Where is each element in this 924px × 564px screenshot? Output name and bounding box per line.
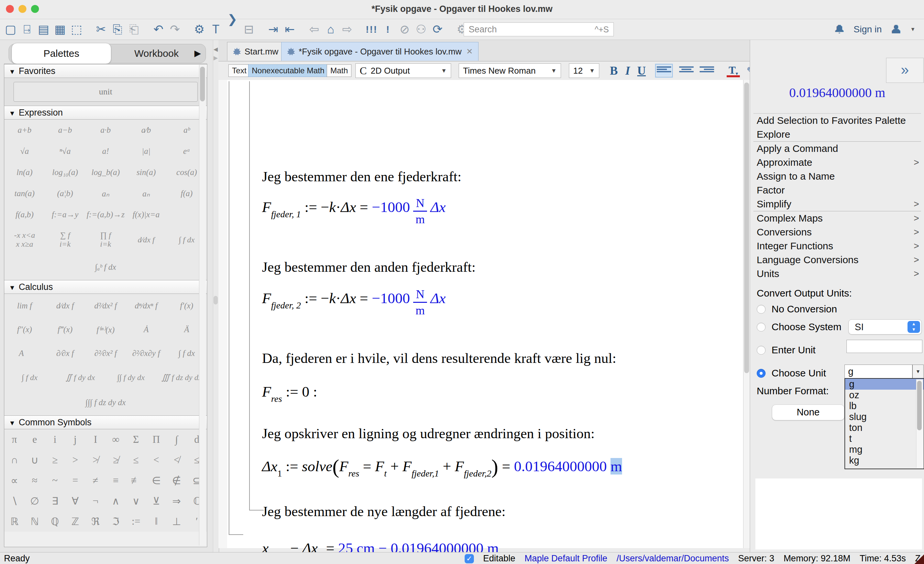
context-menu-item[interactable]: Apply a Command (753, 142, 921, 155)
palette-section-calculus[interactable]: ▼Calculus (4, 280, 207, 294)
context-menu-item[interactable]: Complex Maps > (753, 211, 921, 225)
palette-item[interactable]: i (45, 429, 65, 450)
print-preview-icon[interactable]: ⬚ (69, 19, 84, 40)
paste-icon[interactable]: ⎗ (127, 19, 141, 40)
palette-item[interactable]: ∩ (4, 450, 24, 470)
palette-item[interactable]: aₙ (126, 183, 166, 204)
palette-item[interactable]: A⃛ (4, 341, 45, 365)
document-page[interactable]: Jeg bestemmer den ene fjederkraft:Ffjede… (227, 80, 743, 548)
palette-item[interactable]: ℕ (24, 511, 45, 532)
palette-item[interactable]: ⊻ (146, 491, 166, 511)
tab-fysik-opgave[interactable]: *Fysik opgave - Opgaver til Hookes lov.m… (281, 42, 478, 61)
unit-option[interactable]: lb (845, 400, 924, 411)
palette-item[interactable]: ∫ (166, 429, 186, 450)
system-select[interactable]: SI ▲▼ (848, 319, 922, 334)
context-menu-item[interactable]: Integer Functions > (753, 239, 921, 253)
palette-item[interactable]: log_b(a) (86, 162, 126, 183)
sign-in-link[interactable]: Sign in (854, 24, 882, 35)
palette-item[interactable]: ∃ (45, 491, 65, 511)
palette-item[interactable]: a·b (86, 120, 126, 141)
palette-item[interactable]: (a¦b) (45, 183, 86, 204)
collapse-left-icon[interactable]: ◀ (213, 46, 218, 53)
tab-workbook[interactable]: Workbook (134, 44, 179, 63)
align-right-button[interactable] (700, 65, 714, 76)
palette-item[interactable]: ∪ (24, 450, 45, 470)
context-menu-item[interactable]: Assign to a Name (753, 169, 921, 183)
expand-right-icon[interactable]: ▶ (213, 54, 218, 62)
indent-icon[interactable]: ⇥ (266, 19, 280, 40)
context-menu-item[interactable]: Simplify > (753, 197, 921, 211)
palette-item[interactable]: ¬ (86, 491, 106, 511)
palette-item[interactable]: ≠ (86, 470, 106, 491)
enter-unit-input[interactable] (846, 340, 922, 353)
math-expression[interactable]: Ffjeder, 1 := −k·Δx = −1000NmΔx (262, 196, 446, 226)
resize-grip[interactable] (914, 554, 924, 564)
palette-item[interactable]: ℑ (106, 511, 126, 532)
editable-checkbox[interactable]: ✓ (465, 554, 474, 563)
palette-item[interactable]: ∧ (106, 491, 126, 511)
palette-section-common-symbols[interactable]: ▼Common Symbols (4, 415, 207, 429)
palette-item[interactable]: ≱ (106, 450, 126, 470)
palette-item[interactable]: tan(a) (4, 183, 45, 204)
radio-icon[interactable] (757, 323, 766, 331)
palette-item[interactable]: d²∕dx² f (86, 294, 126, 318)
palette-item[interactable]: ∂²∕∂x∂y f (126, 341, 166, 365)
palette-item[interactable]: ∫ f dx (4, 365, 55, 390)
palette-item[interactable]: ⊥ (166, 511, 186, 532)
palette-item[interactable]: aₙ (86, 183, 126, 204)
palette-item[interactable]: ∉ (166, 470, 186, 491)
palette-item[interactable]: f(x)|x=a (126, 204, 166, 225)
palette-item[interactable]: sin(a) (126, 162, 166, 183)
status-segment[interactable]: /Users/valdemar/Documents (616, 553, 729, 564)
palette-section-expression[interactable]: ▼Expression (4, 106, 207, 120)
palette-section-favorites[interactable]: ▼Favorites (4, 64, 207, 78)
palette-item[interactable]: ∬ f dy dx (55, 365, 106, 390)
paragraph[interactable]: Jeg bestemmer den anden fjederkraft: (262, 259, 476, 275)
math-expression[interactable]: Δx1 := solve(Fres = Ft + Ffjeder,1 + Ffj… (262, 455, 622, 479)
palette-item[interactable]: ∫∫∫ f dz dy dx (4, 390, 207, 415)
palette-item[interactable]: ∂∕∂x f (45, 341, 86, 365)
palette-item[interactable]: f⁽ⁿ⁾(x) (86, 318, 126, 341)
account-caret-icon[interactable]: ▼ (910, 26, 915, 32)
palette-item[interactable]: ∂²∕∂x² f (86, 341, 126, 365)
palette-item[interactable]: ℝ (4, 511, 24, 532)
palette-item[interactable]: a! (86, 141, 126, 162)
palette-item[interactable]: ℤ (65, 511, 85, 532)
tab-palettes[interactable]: Palettes (12, 43, 111, 64)
palette-item[interactable]: ≥ (45, 450, 65, 470)
unit-list-scrollbar[interactable] (916, 379, 923, 468)
palette-item[interactable]: Π (146, 429, 166, 450)
new-document-icon[interactable]: ▢ (3, 19, 18, 40)
context-menu-item[interactable]: Approximate > (753, 155, 921, 169)
context-menu-item[interactable]: Explore (753, 128, 921, 142)
radio-icon[interactable] (757, 305, 766, 314)
palette-item[interactable]: f:=(a,b)→z (86, 204, 126, 225)
insert-task-icon[interactable]: ⚙ (192, 19, 207, 40)
home-icon[interactable]: ⌂ (323, 19, 338, 40)
palette-item[interactable]: Ȧ (126, 318, 166, 341)
palette-item[interactable]: < (146, 450, 166, 470)
palette-scrollbar-thumb[interactable] (200, 67, 205, 101)
palette-item[interactable]: ∀ (65, 491, 85, 511)
palette-scrollbar[interactable] (199, 65, 206, 546)
palette-item[interactable]: Σ (126, 429, 146, 450)
close-tab-icon[interactable]: ✕ (466, 47, 473, 56)
palette-item[interactable]: ≈ (24, 470, 45, 491)
palette-item[interactable]: log₁₀(a) (45, 162, 86, 183)
palette-item[interactable]: ℜ (86, 511, 106, 532)
palette-item[interactable]: ln(a) (4, 162, 45, 183)
palette-item[interactable]: ∈ (146, 470, 166, 491)
palette-tab-more-arrow-icon[interactable]: ▶ (194, 44, 201, 63)
cut-icon[interactable]: ✂ (94, 19, 108, 40)
execute-icon[interactable]: ! (381, 19, 395, 40)
mode-text-button[interactable]: Text (228, 65, 250, 77)
paragraph[interactable]: Jeg bestemmer den ene fjederkraft: (262, 168, 461, 185)
insert-section-icon[interactable]: ⊟ (242, 19, 256, 40)
palette-item[interactable]: ∑ f i=k (45, 225, 86, 254)
font-dropdown[interactable]: Times New Roman ▼ (459, 63, 561, 78)
palette-item[interactable]: √a (4, 141, 45, 162)
radio-icon[interactable] (757, 346, 766, 355)
radio-choose-unit[interactable]: Choose Unit (757, 367, 826, 379)
search-input[interactable]: Search ^+S (464, 23, 614, 36)
back-icon[interactable]: ⇦ (307, 19, 321, 40)
